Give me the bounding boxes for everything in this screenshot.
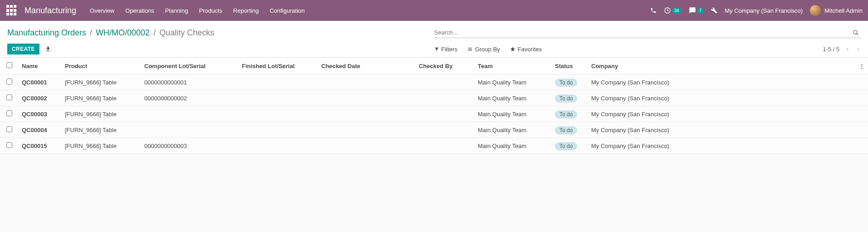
nav-menu-products[interactable]: Products <box>199 7 222 14</box>
favorites-label: Favorites <box>518 46 542 53</box>
nav-menu-configuration[interactable]: Configuration <box>270 7 304 14</box>
nav-menu-planning[interactable]: Planning <box>165 7 188 14</box>
user-name: Mitchell Admin <box>824 7 863 14</box>
cell-finished-lot <box>238 122 318 138</box>
cell-finished-lot <box>238 74 318 90</box>
cell-company: My Company (San Francisco) <box>588 106 855 122</box>
cell-product: [FURN_9666] Table <box>61 90 141 106</box>
groupby-label: Group By <box>475 46 500 53</box>
cell-team: Main Quality Team <box>474 138 551 154</box>
cell-checked-date <box>318 90 415 106</box>
cell-finished-lot <box>238 90 318 106</box>
cell-checked-date <box>318 122 415 138</box>
status-badge: To do <box>555 94 577 103</box>
cell-component-lot: 0000000000001 <box>141 74 238 90</box>
cell-company: My Company (San Francisco) <box>588 74 855 90</box>
debug-icon[interactable] <box>711 7 717 14</box>
apps-grid-icon[interactable] <box>5 4 18 17</box>
cell-checked-by <box>415 122 474 138</box>
cell-team: Main Quality Team <box>474 122 551 138</box>
groupby-button[interactable]: Group By <box>467 46 500 53</box>
breadcrumb-root[interactable]: Manufacturing Orders <box>7 28 86 38</box>
row-checkbox[interactable] <box>6 126 12 132</box>
row-checkbox[interactable] <box>6 142 12 148</box>
header-product[interactable]: Product <box>61 58 141 74</box>
nav-menu-reporting[interactable]: Reporting <box>233 7 259 14</box>
cell-status: To do <box>551 90 588 106</box>
cell-checked-date <box>318 74 415 90</box>
user-menu[interactable]: Mitchell Admin <box>810 5 863 16</box>
header-company[interactable]: Company <box>588 58 855 74</box>
cell-checked-by <box>415 106 474 122</box>
row-checkbox[interactable] <box>6 110 12 116</box>
table-row[interactable]: QC00002[FURN_9666] Table0000000000002Mai… <box>0 90 868 106</box>
pager-next[interactable]: › <box>856 45 861 53</box>
svg-line-2 <box>857 33 858 35</box>
activities-count: 34 <box>672 8 682 14</box>
nav-menu-overview[interactable]: Overview <box>90 7 114 14</box>
cell-company: My Company (San Francisco) <box>588 122 855 138</box>
app-title[interactable]: Manufacturing <box>25 6 76 15</box>
cell-product: [FURN_9666] Table <box>61 74 141 90</box>
list-view: Name Product Component Lot/Serial Finish… <box>0 58 868 154</box>
cell-finished-lot <box>238 138 318 154</box>
table-row[interactable]: QC00001[FURN_9666] Table0000000000001Mai… <box>0 74 868 90</box>
cell-name: QC00001 <box>18 74 61 90</box>
cell-team: Main Quality Team <box>474 90 551 106</box>
breadcrumb: Manufacturing Orders / WH/MO/00002 / Qua… <box>7 28 214 38</box>
control-panel: Manufacturing Orders / WH/MO/00002 / Qua… <box>0 21 868 58</box>
create-button[interactable]: Create <box>7 44 39 54</box>
avatar <box>810 5 821 16</box>
cell-checked-date <box>318 138 415 154</box>
status-badge: To do <box>555 142 577 150</box>
cell-component-lot <box>141 106 238 122</box>
cell-component-lot <box>141 122 238 138</box>
table-row[interactable]: QC00015[FURN_9666] Table0000000000003Mai… <box>0 138 868 154</box>
header-checked-date[interactable]: Checked Date <box>318 58 415 74</box>
company-selector[interactable]: My Company (San Francisco) <box>725 7 803 14</box>
cell-product: [FURN_9666] Table <box>61 138 141 154</box>
status-badge: To do <box>555 110 577 118</box>
phone-icon[interactable] <box>650 7 657 14</box>
table-row[interactable]: QC00004[FURN_9666] TableMain Quality Tea… <box>0 122 868 138</box>
cell-checked-by <box>415 138 474 154</box>
cell-product: [FURN_9666] Table <box>61 106 141 122</box>
filters-label: Filters <box>441 46 457 53</box>
cell-checked-date <box>318 106 415 122</box>
header-finished-lot[interactable]: Finished Lot/Serial <box>238 58 318 74</box>
favorites-button[interactable]: Favorites <box>510 46 542 53</box>
pager-prev[interactable]: ‹ <box>845 45 850 53</box>
breadcrumb-current: Quality Checks <box>159 28 214 38</box>
nav-menu-operations[interactable]: Operations <box>125 7 154 14</box>
search-icon[interactable] <box>851 30 861 36</box>
header-checked-by[interactable]: Checked By <box>415 58 474 74</box>
cell-finished-lot <box>238 106 318 122</box>
header-status[interactable]: Status <box>551 58 588 74</box>
cell-component-lot: 0000000000003 <box>141 138 238 154</box>
select-all-checkbox[interactable] <box>6 62 12 68</box>
row-checkbox[interactable] <box>6 94 12 100</box>
cell-component-lot: 0000000000002 <box>141 90 238 106</box>
import-button[interactable] <box>45 46 51 52</box>
quality-checks-table: Name Product Component Lot/Serial Finish… <box>0 58 868 154</box>
cell-company: My Company (San Francisco) <box>588 90 855 106</box>
activities-icon[interactable]: 34 <box>664 7 682 14</box>
header-name[interactable]: Name <box>18 58 61 74</box>
cell-name: QC00004 <box>18 122 61 138</box>
row-checkbox[interactable] <box>6 79 12 84</box>
filters-button[interactable]: Filters <box>434 46 457 53</box>
header-component-lot[interactable]: Component Lot/Serial <box>141 58 238 74</box>
cell-status: To do <box>551 138 588 154</box>
messages-icon[interactable]: 7 <box>689 7 704 14</box>
header-team[interactable]: Team <box>474 58 551 74</box>
search-input[interactable] <box>434 29 851 36</box>
table-row[interactable]: QC00003[FURN_9666] TableMain Quality Tea… <box>0 106 868 122</box>
cell-checked-by <box>415 74 474 90</box>
status-badge: To do <box>555 126 577 134</box>
cell-team: Main Quality Team <box>474 106 551 122</box>
pager-range[interactable]: 1-5 / 5 <box>823 46 839 53</box>
cell-product: [FURN_9666] Table <box>61 122 141 138</box>
breadcrumb-mo[interactable]: WH/MO/00002 <box>96 28 150 38</box>
svg-point-1 <box>853 30 857 34</box>
columns-menu-icon[interactable]: ⋮ <box>859 63 865 69</box>
